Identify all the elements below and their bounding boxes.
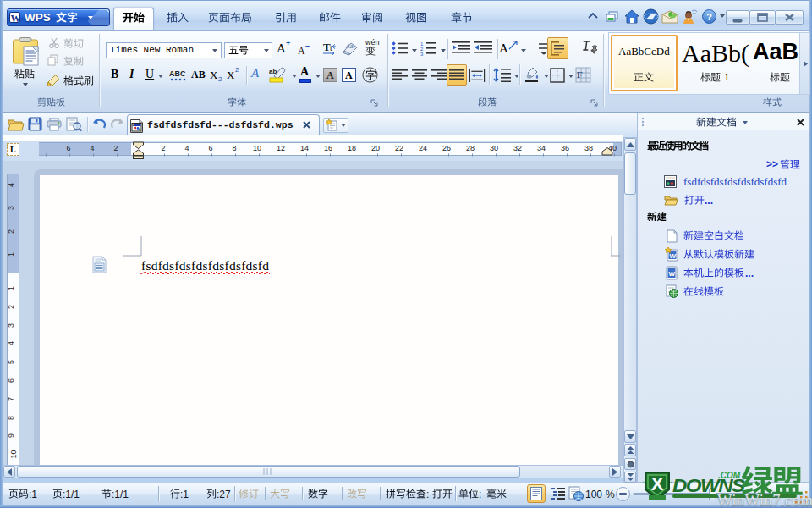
svg-text:Aa: Aa [345, 43, 354, 49]
svg-text:3: 3 [420, 52, 424, 56]
svg-text:?: ? [706, 12, 712, 22]
svg-text:ABC: ABC [169, 69, 186, 78]
svg-text:W: W [669, 270, 676, 278]
svg-text:X: X [651, 473, 664, 494]
svg-text:F: F [577, 69, 583, 80]
